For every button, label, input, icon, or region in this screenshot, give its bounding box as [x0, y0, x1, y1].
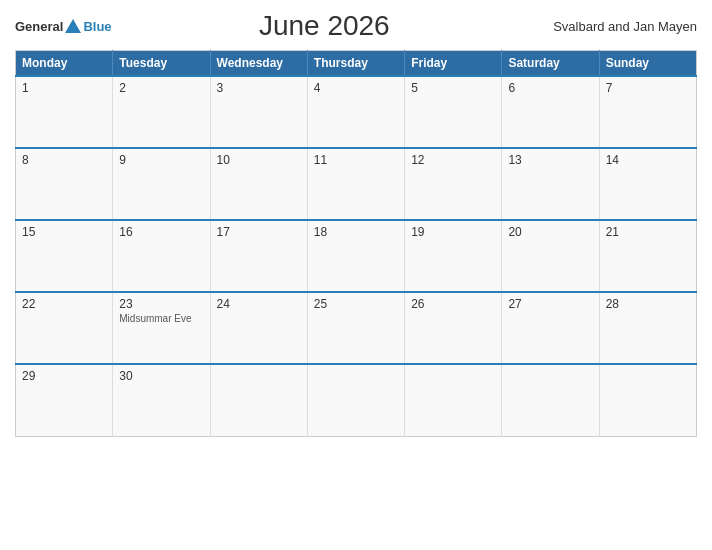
- calendar-table: Monday Tuesday Wednesday Thursday Friday…: [15, 50, 697, 437]
- calendar-cell: 9: [113, 148, 210, 220]
- calendar-cell: 13: [502, 148, 599, 220]
- day-number: 23: [119, 297, 203, 311]
- calendar-week-row: 2930: [16, 364, 697, 436]
- calendar-week-row: 2223Midsummar Eve2425262728: [16, 292, 697, 364]
- day-number: 26: [411, 297, 495, 311]
- calendar-cell: [307, 364, 404, 436]
- calendar-cell: 14: [599, 148, 696, 220]
- weekday-friday: Friday: [405, 51, 502, 77]
- calendar-cell: 20: [502, 220, 599, 292]
- calendar-cell: 1: [16, 76, 113, 148]
- day-number: 17: [217, 225, 301, 239]
- logo-general-text: General: [15, 19, 63, 34]
- day-number: 3: [217, 81, 301, 95]
- calendar-page: General Blue June 2026 Svalbard and Jan …: [0, 0, 712, 550]
- calendar-week-row: 15161718192021: [16, 220, 697, 292]
- calendar-cell: 5: [405, 76, 502, 148]
- day-number: 9: [119, 153, 203, 167]
- day-number: 18: [314, 225, 398, 239]
- day-number: 4: [314, 81, 398, 95]
- day-number: 14: [606, 153, 690, 167]
- day-number: 19: [411, 225, 495, 239]
- logo-triangle-icon: [65, 19, 81, 33]
- day-number: 30: [119, 369, 203, 383]
- day-number: 7: [606, 81, 690, 95]
- logo-blue-text: Blue: [83, 19, 111, 34]
- day-number: 22: [22, 297, 106, 311]
- weekday-row: Monday Tuesday Wednesday Thursday Friday…: [16, 51, 697, 77]
- calendar-cell: 6: [502, 76, 599, 148]
- calendar-cell: 19: [405, 220, 502, 292]
- weekday-thursday: Thursday: [307, 51, 404, 77]
- weekday-sunday: Sunday: [599, 51, 696, 77]
- calendar-week-row: 891011121314: [16, 148, 697, 220]
- day-number: 28: [606, 297, 690, 311]
- calendar-cell: 27: [502, 292, 599, 364]
- weekday-tuesday: Tuesday: [113, 51, 210, 77]
- day-number: 25: [314, 297, 398, 311]
- day-number: 27: [508, 297, 592, 311]
- day-number: 13: [508, 153, 592, 167]
- day-number: 12: [411, 153, 495, 167]
- day-number: 1: [22, 81, 106, 95]
- day-number: 24: [217, 297, 301, 311]
- holiday-label: Midsummar Eve: [119, 313, 203, 324]
- calendar-cell: 10: [210, 148, 307, 220]
- region-label: Svalbard and Jan Mayen: [537, 19, 697, 34]
- logo: General Blue: [15, 19, 112, 34]
- calendar-title: June 2026: [112, 10, 537, 42]
- weekday-saturday: Saturday: [502, 51, 599, 77]
- weekday-monday: Monday: [16, 51, 113, 77]
- calendar-cell: 23Midsummar Eve: [113, 292, 210, 364]
- day-number: 15: [22, 225, 106, 239]
- day-number: 2: [119, 81, 203, 95]
- calendar-cell: 15: [16, 220, 113, 292]
- calendar-cell: [405, 364, 502, 436]
- day-number: 11: [314, 153, 398, 167]
- calendar-cell: 18: [307, 220, 404, 292]
- calendar-header: Monday Tuesday Wednesday Thursday Friday…: [16, 51, 697, 77]
- day-number: 16: [119, 225, 203, 239]
- day-number: 21: [606, 225, 690, 239]
- calendar-cell: 4: [307, 76, 404, 148]
- day-number: 8: [22, 153, 106, 167]
- day-number: 6: [508, 81, 592, 95]
- calendar-cell: 21: [599, 220, 696, 292]
- calendar-cell: 17: [210, 220, 307, 292]
- calendar-cell: 3: [210, 76, 307, 148]
- calendar-cell: 29: [16, 364, 113, 436]
- calendar-cell: [210, 364, 307, 436]
- calendar-cell: 30: [113, 364, 210, 436]
- day-number: 20: [508, 225, 592, 239]
- calendar-cell: 26: [405, 292, 502, 364]
- day-number: 29: [22, 369, 106, 383]
- calendar-cell: 28: [599, 292, 696, 364]
- calendar-cell: 24: [210, 292, 307, 364]
- calendar-cell: [599, 364, 696, 436]
- calendar-cell: 16: [113, 220, 210, 292]
- day-number: 5: [411, 81, 495, 95]
- calendar-cell: 12: [405, 148, 502, 220]
- calendar-cell: 2: [113, 76, 210, 148]
- calendar-cell: 8: [16, 148, 113, 220]
- calendar-week-row: 1234567: [16, 76, 697, 148]
- weekday-wednesday: Wednesday: [210, 51, 307, 77]
- header: General Blue June 2026 Svalbard and Jan …: [15, 10, 697, 42]
- calendar-cell: 25: [307, 292, 404, 364]
- calendar-body: 1234567891011121314151617181920212223Mid…: [16, 76, 697, 436]
- calendar-cell: [502, 364, 599, 436]
- day-number: 10: [217, 153, 301, 167]
- calendar-cell: 22: [16, 292, 113, 364]
- calendar-cell: 11: [307, 148, 404, 220]
- calendar-cell: 7: [599, 76, 696, 148]
